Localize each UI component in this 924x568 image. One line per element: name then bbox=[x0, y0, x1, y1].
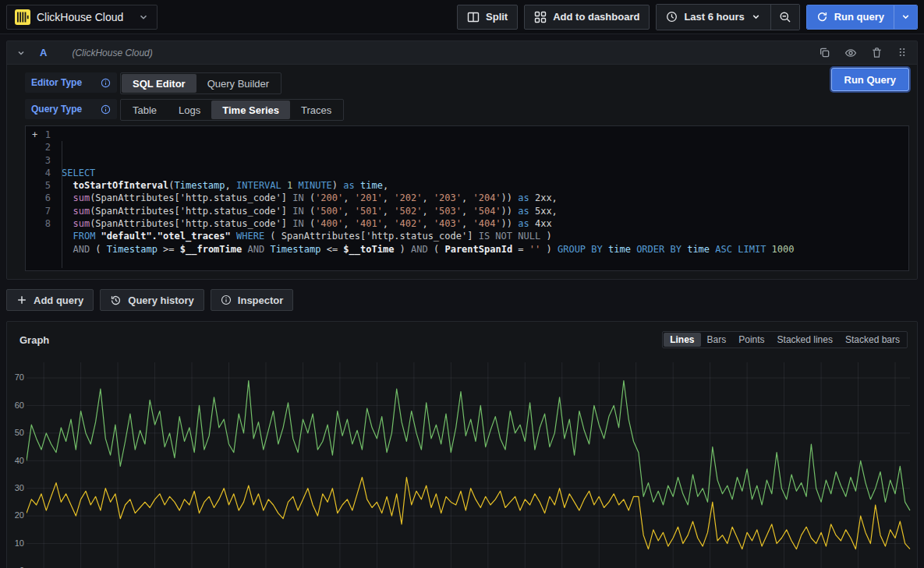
delete-query-trash-icon[interactable] bbox=[871, 47, 883, 59]
editor-type-row: Editor Type SQL Editor Query Builder bbox=[25, 72, 909, 94]
query-type-option-table[interactable]: Table bbox=[122, 101, 168, 119]
sql-gutter: +12345678 bbox=[26, 129, 62, 268]
run-query-options-button[interactable] bbox=[894, 5, 917, 29]
history-icon bbox=[110, 295, 122, 306]
editor-type-option-sql-editor[interactable]: SQL Editor bbox=[122, 74, 196, 93]
info-circle-icon bbox=[221, 295, 232, 305]
chevron-down-icon bbox=[138, 12, 149, 23]
line-number: 7 bbox=[26, 205, 62, 217]
line-number: 6 bbox=[26, 192, 62, 204]
graph-mode-points[interactable]: Points bbox=[732, 333, 770, 347]
graph-mode-lines[interactable]: Lines bbox=[664, 333, 700, 347]
query-row-header[interactable]: A (ClickHouse Cloud) bbox=[7, 41, 917, 65]
graph-panel: Graph Lines Bars Points Stacked lines St… bbox=[6, 321, 918, 568]
y-tick-label: 30 bbox=[9, 483, 24, 492]
apps-grid-icon bbox=[534, 11, 547, 23]
timeseries-chart[interactable] bbox=[27, 362, 912, 568]
y-tick-label: 20 bbox=[9, 510, 24, 520]
run-query-button[interactable]: Run query bbox=[807, 5, 894, 29]
query-type-row: Query Type Table Logs Time Series Traces bbox=[25, 99, 909, 121]
line-number: 8 bbox=[26, 217, 62, 230]
add-to-dashboard-button[interactable]: Add to dashboard bbox=[524, 5, 650, 30]
graph-mode-stacked-bars[interactable]: Stacked bars bbox=[839, 333, 906, 347]
line-number: 5 bbox=[26, 179, 62, 192]
query-editor-body: Editor Type SQL Editor Query Builder Que… bbox=[7, 65, 917, 279]
graph-panel-title: Graph bbox=[19, 334, 49, 346]
query-type-label: Query Type bbox=[31, 104, 82, 115]
time-range-label: Last 6 hours bbox=[684, 11, 744, 23]
query-history-button[interactable]: Query history bbox=[100, 289, 204, 311]
collapse-chevron-icon[interactable] bbox=[16, 48, 26, 58]
query-type-option-time-series[interactable]: Time Series bbox=[211, 101, 290, 119]
add-query-label: Add query bbox=[34, 295, 83, 306]
run-query-split-button: Run query bbox=[806, 5, 918, 30]
info-circle-icon[interactable] bbox=[101, 78, 111, 88]
editor-type-toggle: SQL Editor Query Builder bbox=[120, 72, 281, 94]
query-type-option-logs[interactable]: Logs bbox=[168, 101, 211, 119]
editor-type-option-query-builder[interactable]: Query Builder bbox=[196, 74, 280, 93]
split-icon bbox=[467, 11, 480, 23]
line-number: 2 bbox=[26, 141, 62, 153]
indent-guide bbox=[62, 141, 62, 268]
expand-plus-icon[interactable]: + bbox=[32, 129, 37, 141]
y-tick-label: 60 bbox=[9, 400, 24, 410]
graph-mode-stacked-lines[interactable]: Stacked lines bbox=[771, 333, 839, 347]
clickhouse-logo-icon bbox=[15, 9, 30, 25]
clock-icon bbox=[666, 11, 678, 23]
sync-icon bbox=[816, 11, 828, 23]
query-type-option-traces[interactable]: Traces bbox=[290, 101, 342, 119]
series-line-2xx bbox=[27, 381, 910, 511]
chevron-down-icon bbox=[751, 12, 761, 22]
code-line[interactable]: SELECT bbox=[62, 167, 908, 179]
query-editor-panel: A (ClickHouse Cloud) Editor Type bbox=[6, 41, 918, 280]
zoom-out-time-button[interactable] bbox=[770, 5, 799, 30]
sql-code-lines[interactable]: SELECT toStartOfInterval(Timestamp, INTE… bbox=[62, 129, 908, 268]
line-number: +1 bbox=[26, 129, 62, 141]
code-line[interactable]: FROM "default"."otel_traces" WHERE ( Spa… bbox=[62, 230, 908, 242]
duplicate-query-icon[interactable] bbox=[819, 47, 830, 59]
inspector-label: Inspector bbox=[238, 295, 284, 306]
code-line[interactable]: sum(SpanAttributes['http.status_code'] I… bbox=[62, 205, 908, 217]
add-to-dashboard-label: Add to dashboard bbox=[553, 11, 639, 23]
y-tick-label: 50 bbox=[9, 428, 24, 437]
zoom-out-icon bbox=[779, 11, 791, 23]
drag-handle-icon[interactable] bbox=[897, 47, 908, 59]
chevron-down-icon bbox=[901, 12, 911, 22]
split-label: Split bbox=[486, 11, 508, 23]
top-toolbar: ClickHouse Cloud Split Add to dashboard … bbox=[0, 0, 924, 34]
time-range-button[interactable]: Last 6 hours bbox=[657, 5, 770, 30]
run-query-label: Run query bbox=[834, 11, 884, 23]
run-query-panel-button[interactable]: Run Query bbox=[831, 68, 909, 91]
line-number: 4 bbox=[26, 167, 62, 179]
time-picker-group: Last 6 hours bbox=[656, 4, 799, 30]
query-type-toggle: Table Logs Time Series Traces bbox=[120, 99, 344, 121]
code-line[interactable]: sum(SpanAttributes['http.status_code'] I… bbox=[62, 192, 908, 204]
y-tick-label: 40 bbox=[9, 456, 24, 465]
editor-type-label-box: Editor Type bbox=[25, 72, 117, 93]
split-button[interactable]: Split bbox=[457, 5, 518, 30]
code-line[interactable] bbox=[62, 256, 908, 268]
code-line[interactable]: AND ( Timestamp >= $__fromTime AND Times… bbox=[62, 243, 908, 256]
code-line[interactable]: toStartOfInterval(Timestamp, INTERVAL 1 … bbox=[62, 179, 908, 192]
code-line[interactable]: sum(SpanAttributes['http.status_code'] I… bbox=[62, 217, 908, 230]
y-tick-label: 70 bbox=[9, 372, 24, 382]
editor-type-label: Editor Type bbox=[31, 77, 82, 88]
plus-icon bbox=[16, 295, 27, 305]
datasource-picker[interactable]: ClickHouse Cloud bbox=[6, 5, 158, 30]
graph-mode-bars[interactable]: Bars bbox=[701, 333, 733, 347]
sql-code-editor[interactable]: +12345678 SELECT toStartOfInterval(Times… bbox=[25, 125, 909, 271]
datasource-name: ClickHouse Cloud bbox=[37, 11, 132, 23]
query-ref-id: A bbox=[40, 47, 47, 58]
line-number: 3 bbox=[26, 154, 62, 167]
inspector-button[interactable]: Inspector bbox=[211, 289, 294, 311]
query-history-label: Query history bbox=[128, 295, 194, 306]
query-datasource-hint: (ClickHouse Cloud) bbox=[72, 48, 152, 58]
y-tick-label: 10 bbox=[9, 538, 24, 548]
add-query-button[interactable]: Add query bbox=[6, 289, 94, 311]
explore-actions-row: Add query Query history Inspector bbox=[6, 289, 918, 311]
query-type-label-box: Query Type bbox=[25, 99, 117, 119]
hide-query-eye-icon[interactable] bbox=[844, 47, 857, 59]
graph-panel-header: Graph Lines Bars Points Stacked lines St… bbox=[7, 322, 917, 348]
graph-mode-toggle: Lines Bars Points Stacked lines Stacked … bbox=[662, 331, 908, 348]
info-circle-icon[interactable] bbox=[101, 104, 111, 115]
